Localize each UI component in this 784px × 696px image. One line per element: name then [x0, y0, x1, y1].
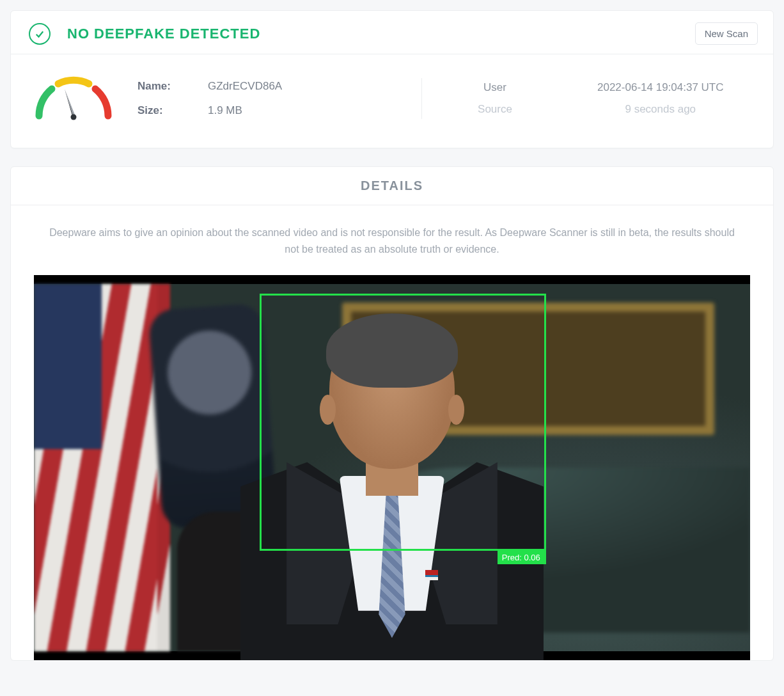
details-header: DETAILS: [11, 167, 773, 205]
result-header: NO DEEPFAKE DETECTED New Scan: [11, 11, 773, 54]
detection-bounding-box: Pred: 0.06: [260, 294, 546, 551]
new-scan-button[interactable]: New Scan: [695, 22, 758, 45]
meta-source: Source: [478, 103, 512, 116]
meta-relative-time: 9 seconds ago: [625, 103, 696, 116]
svg-point-0: [71, 115, 77, 120]
frame-image: Pred: 0.06: [34, 284, 750, 651]
result-body: Name: GZdrECVD86A Size: 1.9 MB User Sour…: [11, 54, 773, 148]
meta-type: User: [483, 81, 506, 94]
size-label: Size:: [137, 104, 208, 117]
size-value: 1.9 MB: [208, 104, 406, 117]
check-circle-icon: [29, 23, 51, 45]
result-card: NO DEEPFAKE DETECTED New Scan Name:: [10, 10, 774, 148]
divider: [421, 78, 422, 119]
name-label: Name:: [137, 80, 208, 93]
disclaimer-text: Deepware aims to give an opinion about t…: [11, 205, 773, 275]
details-title: DETAILS: [11, 178, 773, 193]
details-card: DETAILS Deepware aims to give an opinion…: [10, 166, 774, 661]
prediction-label: Pred: 0.06: [498, 551, 546, 564]
meta-timestamp: 2022-06-14 19:04:37 UTC: [597, 81, 724, 94]
gauge-icon: [29, 68, 125, 129]
name-value: GZdrECVD86A: [208, 80, 406, 93]
scan-meta: User Source 2022-06-14 19:04:37 UTC 9 se…: [437, 81, 724, 116]
result-title: NO DEEPFAKE DETECTED: [67, 26, 695, 42]
file-info: Name: GZdrECVD86A Size: 1.9 MB: [137, 80, 406, 117]
video-frame: Pred: 0.06: [34, 275, 750, 660]
